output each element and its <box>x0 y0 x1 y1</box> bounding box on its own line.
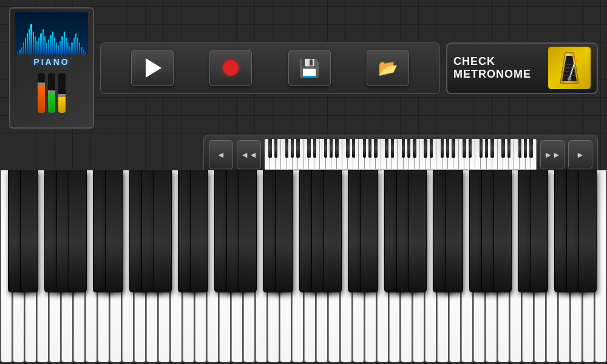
mini-white-key[interactable] <box>304 139 309 170</box>
mini-white-key[interactable] <box>314 139 320 170</box>
folder-icon: 📂 <box>378 59 398 78</box>
mini-white-key[interactable] <box>443 139 448 170</box>
mini-keyboard[interactable] <box>265 139 537 170</box>
mini-white-key[interactable] <box>470 139 475 170</box>
mini-white-key[interactable] <box>409 139 415 170</box>
metronome-text: CHECK METRONOME <box>453 55 531 81</box>
piano-logo: PIANO <box>9 7 94 129</box>
black-key[interactable] <box>20 170 38 292</box>
black-key[interactable] <box>190 170 208 292</box>
mini-white-key[interactable] <box>475 139 481 170</box>
mini-white-key[interactable] <box>331 139 337 170</box>
mini-white-key[interactable] <box>298 139 304 170</box>
mini-white-key[interactable] <box>420 139 426 170</box>
play-button[interactable] <box>131 50 174 86</box>
mini-white-key[interactable] <box>348 139 353 170</box>
mini-white-key[interactable] <box>287 139 293 170</box>
black-key[interactable] <box>578 170 597 292</box>
mini-white-key[interactable] <box>448 139 453 170</box>
metronome-icon-wrapper <box>548 47 591 89</box>
mini-white-key[interactable] <box>376 139 381 170</box>
mini-white-key[interactable] <box>492 139 498 170</box>
spacer <box>9 135 100 174</box>
mini-white-key[interactable] <box>498 139 503 170</box>
mini-white-key[interactable] <box>387 139 392 170</box>
record-icon <box>223 60 239 76</box>
record-button[interactable] <box>209 50 252 86</box>
svg-rect-4 <box>573 58 578 62</box>
mixer-sliders <box>38 70 66 113</box>
mini-white-key[interactable] <box>453 139 459 170</box>
mini-white-key[interactable] <box>276 139 281 170</box>
mini-white-key[interactable] <box>526 139 531 170</box>
piano-keyboard[interactable] <box>0 170 607 364</box>
mini-white-key[interactable] <box>281 139 287 170</box>
nav-prev-left-button[interactable]: ◄ <box>209 140 233 169</box>
white-key[interactable] <box>595 170 607 364</box>
black-key[interactable] <box>445 170 463 292</box>
black-key[interactable] <box>239 170 257 292</box>
mini-white-key[interactable] <box>353 139 359 170</box>
mini-white-key[interactable] <box>326 139 331 170</box>
mini-white-key[interactable] <box>431 139 436 170</box>
controls-row-2: ◄ ◄◄ ►► ► <box>9 135 598 174</box>
top-panel: PIANO 💾 📂 CH <box>0 0 607 170</box>
app-background: PIANO 💾 📂 CH <box>0 0 607 364</box>
metronome-icon <box>554 50 585 86</box>
save-icon: 💾 <box>299 58 320 78</box>
metronome-button[interactable]: CHECK METRONOME <box>446 42 598 94</box>
next-fast-icon: ►► <box>544 150 561 160</box>
piano-label: PIANO <box>33 57 69 67</box>
mini-white-key[interactable] <box>487 139 492 170</box>
prev-fast-icon: ◄◄ <box>240 150 257 160</box>
black-key[interactable] <box>105 170 123 292</box>
black-key[interactable] <box>275 170 293 292</box>
controls-row-1: PIANO 💾 📂 CH <box>9 7 598 129</box>
mini-white-key[interactable] <box>265 139 270 170</box>
mini-white-key[interactable] <box>320 139 325 170</box>
black-key[interactable] <box>409 170 427 292</box>
nav-next-right-button[interactable]: ► <box>568 140 592 169</box>
black-key[interactable] <box>493 170 512 292</box>
svg-point-9 <box>568 77 571 81</box>
play-icon <box>146 58 161 78</box>
save-button[interactable]: 💾 <box>288 50 331 86</box>
prev-left-icon: ◄ <box>217 150 225 160</box>
mini-white-key[interactable] <box>509 139 514 170</box>
mini-white-key[interactable] <box>365 139 370 170</box>
mini-white-key[interactable] <box>520 139 525 170</box>
black-key[interactable] <box>154 170 172 292</box>
next-right-icon: ► <box>576 150 585 160</box>
nav-bar: ◄ ◄◄ ►► ► <box>203 135 598 174</box>
mini-white-key[interactable] <box>370 139 376 170</box>
black-key[interactable] <box>69 170 87 292</box>
mini-white-key[interactable] <box>392 139 398 170</box>
mini-white-key[interactable] <box>426 139 431 170</box>
black-key[interactable] <box>360 170 378 292</box>
metronome-main-label: METRONOME <box>453 68 531 81</box>
mini-white-key[interactable] <box>415 139 420 170</box>
mini-white-key[interactable] <box>293 139 298 170</box>
nav-prev-fast-button[interactable]: ◄◄ <box>237 140 261 169</box>
transport-bar: 💾 📂 <box>100 42 440 94</box>
mini-white-key[interactable] <box>503 139 509 170</box>
black-key[interactable] <box>324 170 342 292</box>
nav-next-fast-button[interactable]: ►► <box>540 140 565 169</box>
mini-white-key[interactable] <box>381 139 387 170</box>
mini-white-key[interactable] <box>404 139 409 170</box>
mini-white-key[interactable] <box>481 139 486 170</box>
mini-white-key[interactable] <box>531 139 537 170</box>
metronome-check-label: CHECK <box>453 55 531 68</box>
mini-white-key[interactable] <box>436 139 442 170</box>
mini-white-key[interactable] <box>337 139 342 170</box>
mini-white-key[interactable] <box>359 139 364 170</box>
mini-white-key[interactable] <box>464 139 470 170</box>
mini-white-key[interactable] <box>309 139 314 170</box>
mini-white-key[interactable] <box>459 139 464 170</box>
mini-white-key[interactable] <box>398 139 403 170</box>
black-key[interactable] <box>530 170 548 292</box>
mini-white-key[interactable] <box>270 139 276 170</box>
mini-white-key[interactable] <box>514 139 520 170</box>
open-button[interactable]: 📂 <box>367 50 409 86</box>
mini-white-key[interactable] <box>342 139 348 170</box>
